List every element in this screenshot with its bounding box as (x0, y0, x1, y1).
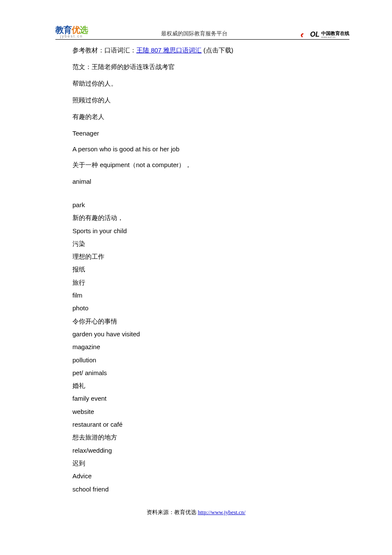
list-item: magazine (72, 341, 349, 353)
list-item: 理想的工作 (72, 250, 349, 263)
para-help: 帮助过你的人。 (72, 80, 349, 88)
list-item: family event (72, 392, 349, 405)
list-item: 旅行 (72, 276, 349, 289)
list-item: garden you have visited (72, 328, 349, 341)
reference-prefix: 参考教材：口语词汇： (72, 46, 136, 54)
list-item: 婚礼 (72, 379, 349, 392)
para-oldman: 有趣的老人 (72, 113, 349, 121)
logo-jybest-text: 教育优选 (55, 26, 88, 34)
logo-jybest: 教育优选 jybest.cn (55, 26, 88, 38)
logo-jybest-domain: jybest.cn (60, 35, 83, 38)
logo-part-2: 优 (72, 25, 80, 35)
logo-part-3: 选 (80, 25, 88, 35)
para-teenager: Teenager (72, 130, 349, 137)
para-goodjob: A person who is good at his or her job (72, 145, 349, 153)
para-care: 照顾过你的人 (72, 96, 349, 104)
list-item: pollution (72, 354, 349, 367)
para-animal: animal (72, 178, 349, 185)
list-item: 令你开心的事情 (72, 315, 349, 328)
list-item: film (72, 289, 349, 302)
page-header: 教育优选 jybest.cn 最权威的国际教育服务平台 OL 中国教育在线 ww… (55, 26, 349, 40)
reference-suffix: (点击下载) (202, 46, 233, 54)
logo-eol-brand: OL (310, 31, 320, 38)
footer-label: 资料来源：教育优选 (147, 509, 198, 515)
logo-eol-cn: 中国教育在线 (321, 31, 349, 36)
list-item: relax/wedding (72, 444, 349, 457)
list-item: photo (72, 302, 349, 315)
para-fanwen: 范文：王陆老师的妙语连珠舌战考官 (72, 63, 349, 71)
logo-part-1: 教育 (55, 25, 72, 35)
logo-eol-swirl-icon (301, 32, 308, 38)
list-item: 迟到 (72, 457, 349, 470)
reference-link[interactable]: 王陆 807 雅思口语词汇 (136, 46, 202, 54)
list-item: Advice (72, 470, 349, 483)
main-content: 参考教材：口语词汇：王陆 807 雅思口语词汇 (点击下载) 范文：王陆老师的妙… (72, 46, 349, 496)
list-item: Sports in your child (72, 225, 349, 237)
list-item: website (72, 405, 349, 418)
logo-eol: OL 中国教育在线 www.eol.cn (301, 31, 349, 38)
para-equipment: 关于一种 equipment（not a computer）， (72, 161, 349, 169)
list-item: 想去旅游的地方 (72, 431, 349, 444)
list-item: 污染 (72, 237, 349, 250)
logo-eol-url: www.eol.cn (321, 36, 349, 38)
list-item: pet/ animals (72, 367, 349, 379)
topic-list: park 新的有趣的活动， Sports in your child 污染 理想… (72, 199, 349, 496)
list-item: 报纸 (72, 263, 349, 276)
list-item: school friend (72, 483, 349, 496)
list-item: restaurant or café (72, 418, 349, 431)
header-title: 最权威的国际教育服务平台 (88, 30, 301, 38)
page-footer: 资料来源：教育优选 http://www.jybest.cn/ (43, 509, 349, 516)
list-item: park (72, 199, 349, 211)
reference-line: 参考教材：口语词汇：王陆 807 雅思口语词汇 (点击下载) (72, 46, 349, 55)
footer-link[interactable]: http://www.jybest.cn/ (198, 509, 245, 515)
list-item: 新的有趣的活动， (72, 211, 349, 224)
